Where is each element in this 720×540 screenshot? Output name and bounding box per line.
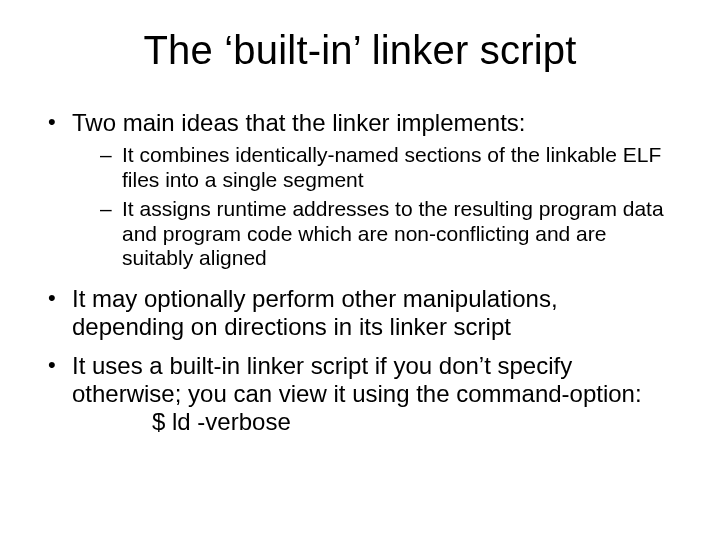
bullet-1-sub-2-text: It assigns runtime addresses to the resu… bbox=[122, 197, 664, 270]
bullet-1-sub-1-text: It combines identically-named sections o… bbox=[122, 143, 661, 191]
bullet-3: It uses a built-in linker script if you … bbox=[48, 352, 672, 437]
slide: The ‘built-in’ linker script Two main id… bbox=[0, 28, 720, 540]
bullet-1: Two main ideas that the linker implement… bbox=[48, 109, 672, 271]
slide-title: The ‘built-in’ linker script bbox=[0, 28, 720, 73]
bullet-1-sub-2: It assigns runtime addresses to the resu… bbox=[100, 197, 672, 271]
bullet-3-command: $ ld -verbose bbox=[152, 408, 291, 436]
bullet-2-text: It may optionally perform other manipula… bbox=[72, 285, 558, 340]
bullet-3-text: It uses a built-in linker script if you … bbox=[72, 352, 642, 407]
bullet-list: Two main ideas that the linker implement… bbox=[48, 109, 672, 437]
bullet-1-sub-1: It combines identically-named sections o… bbox=[100, 143, 672, 193]
bullet-1-text: Two main ideas that the linker implement… bbox=[72, 109, 526, 136]
bullet-1-sublist: It combines identically-named sections o… bbox=[72, 143, 672, 271]
bullet-2: It may optionally perform other manipula… bbox=[48, 285, 672, 342]
